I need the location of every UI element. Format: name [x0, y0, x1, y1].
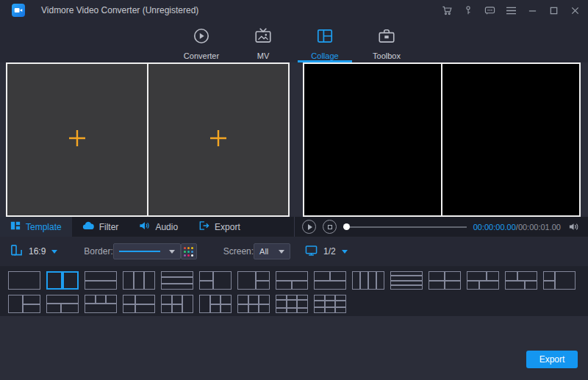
tab-template[interactable]: Template: [0, 217, 72, 237]
preview-cell-1[interactable]: [304, 64, 441, 215]
template-thumb-grid-2x2[interactable]: [429, 271, 461, 290]
workspace: [0, 62, 588, 217]
tab-collage[interactable]: Collage: [296, 21, 354, 62]
toolbar-strip: Template Filter Audio Export: [0, 217, 588, 237]
tab-converter[interactable]: Converter: [173, 21, 230, 62]
template-thumb-single[interactable]: [8, 271, 40, 290]
template-thumb-narrow-left-stack[interactable]: [543, 271, 576, 290]
template-thumb-grid-3x2[interactable]: [237, 295, 270, 313]
player-bar: 00:00:00.00/00:00:01.00: [294, 217, 588, 237]
seek-slider[interactable]: [343, 226, 467, 228]
close-icon[interactable]: [569, 4, 581, 16]
template-thumb-top-large-bottom-cols[interactable]: [46, 295, 79, 313]
template-thumb-top-large-bottom-split[interactable]: [276, 271, 308, 290]
chevron-down-icon: [279, 250, 284, 254]
template-thumb-large-left-quad-right[interactable]: [199, 295, 232, 313]
menu-icon[interactable]: [505, 4, 517, 16]
screen-page-select[interactable]: 1/2: [305, 245, 348, 259]
tab-filter-label: Filter: [99, 222, 119, 232]
template-thumb-three-rows[interactable]: [161, 271, 193, 290]
thumb-cell: [161, 271, 193, 277]
template-thumb-grid-2x2-narrow-left[interactable]: [123, 295, 155, 313]
thumb-cell: [213, 271, 232, 290]
thumb-cell: [325, 301, 336, 306]
thumb-cell: [543, 281, 555, 290]
template-thumb-left-large-right-rows[interactable]: [8, 295, 40, 313]
canvas-cell-1[interactable]: [7, 64, 147, 215]
seek-thumb[interactable]: [343, 223, 350, 230]
thumb-cell: [161, 277, 193, 283]
tab-mv-label: MV: [257, 51, 270, 60]
tab-filter[interactable]: Filter: [72, 217, 129, 237]
thumb-cell: [467, 281, 479, 290]
cart-icon[interactable]: [441, 4, 453, 16]
template-thumb-left-large-right-stack[interactable]: [237, 271, 270, 290]
template-thumb-three-columns[interactable]: [123, 271, 155, 290]
thumb-cell: [85, 271, 117, 281]
thumb-cell: [429, 271, 445, 281]
thumb-cell: [445, 271, 461, 281]
thumb-cell: [360, 271, 368, 290]
play-button[interactable]: [302, 220, 316, 234]
template-thumb-left-stack-right-large[interactable]: [199, 271, 232, 290]
template-thumb-two-columns[interactable]: [46, 271, 79, 290]
minimize-icon[interactable]: [526, 4, 538, 16]
chevron-down-icon: [169, 250, 175, 254]
tab-export[interactable]: Export: [188, 217, 251, 237]
app-window: Vidmore Video Converter (Unregistered): [0, 0, 588, 380]
template-thumb-quad-left-large-right[interactable]: [161, 295, 193, 313]
tab-audio[interactable]: Audio: [129, 217, 188, 237]
thumb-cell: [256, 271, 270, 281]
template-thumb-mosaic-wide-top-right[interactable]: [505, 271, 537, 290]
template-thumb-two-rows[interactable]: [85, 271, 117, 290]
thumb-cell: [85, 304, 117, 314]
volume-icon[interactable]: [567, 221, 581, 233]
border-style-select[interactable]: [113, 243, 181, 259]
thumb-cell: [182, 295, 193, 313]
thumb-cell: [314, 281, 346, 290]
thumb-cell: [161, 304, 172, 314]
thumb-cell: [505, 281, 525, 290]
plus-icon: [209, 129, 228, 151]
export-arrow-icon: [198, 221, 209, 234]
thumb-cell: [161, 284, 193, 290]
template-thumb-top-three-bottom-large[interactable]: [85, 295, 117, 313]
tab-toolbox[interactable]: Toolbox: [358, 21, 415, 62]
tab-export-label: Export: [215, 222, 240, 232]
thumb-cell: [276, 308, 287, 313]
canvas-cell-2[interactable]: [148, 64, 288, 215]
border-color-picker[interactable]: [181, 243, 197, 259]
template-thumb-mosaic-wide-top-left[interactable]: [467, 271, 499, 290]
thumb-cell: [210, 295, 221, 304]
thumb-cell: [172, 295, 183, 304]
aspect-ratio-select[interactable]: 16:9: [10, 244, 57, 259]
thumb-cell: [487, 271, 499, 281]
thumb-cell: [335, 295, 346, 301]
template-thumb-four-rows[interactable]: [390, 271, 423, 290]
template-thumb-grid-3x3-wide-middle[interactable]: [276, 295, 308, 313]
template-thumb-top-split-bottom-large[interactable]: [314, 271, 346, 290]
maximize-icon[interactable]: [548, 4, 559, 16]
thumb-cell: [237, 304, 248, 314]
collage-canvas: [6, 62, 290, 217]
preview-cell-2[interactable]: [442, 64, 579, 215]
screen-icon: [305, 245, 318, 259]
thumb-cell: [314, 307, 325, 313]
converter-icon: [192, 26, 211, 49]
stop-button[interactable]: [323, 220, 337, 234]
export-button[interactable]: Export: [526, 351, 578, 368]
template-row-2: [8, 295, 588, 313]
border-line-sample: [119, 251, 160, 252]
thumb-cell: [555, 271, 576, 290]
template-thumb-four-columns[interactable]: [352, 271, 384, 290]
feedback-icon[interactable]: [484, 4, 495, 16]
tab-mv[interactable]: MV: [234, 21, 292, 62]
template-thumb-grid-3x3[interactable]: [314, 295, 346, 313]
color-swatch-dot: [191, 254, 193, 257]
thumb-cell: [8, 271, 40, 290]
thumb-cell: [172, 304, 183, 314]
thumb-cell: [134, 271, 145, 290]
thumb-cell: [390, 285, 423, 290]
key-icon[interactable]: [462, 4, 474, 16]
screen-select[interactable]: All: [254, 243, 290, 259]
